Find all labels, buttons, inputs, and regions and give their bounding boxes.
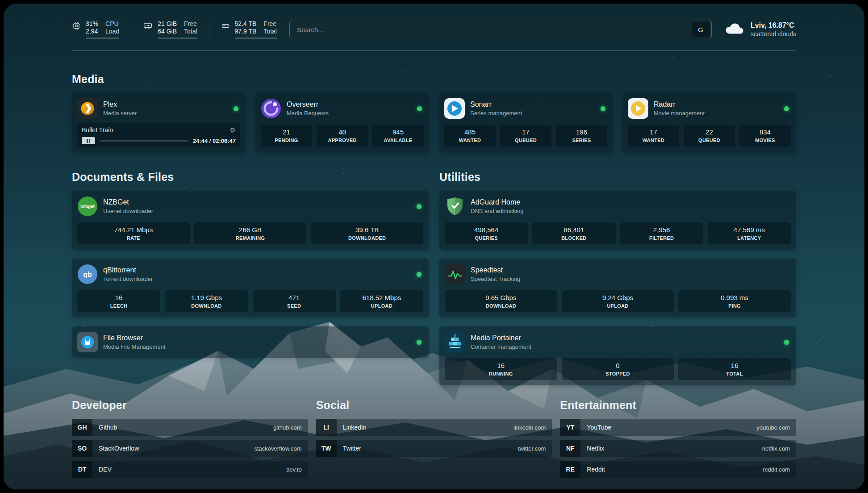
- stat-label: DOWNLOAD: [167, 303, 246, 309]
- app-name: Radarr: [654, 100, 779, 109]
- memory-free-label: Free: [184, 20, 197, 27]
- filebrowser-card[interactable]: File Browser Media File Management: [72, 326, 429, 358]
- weather-location: Lviv, 16.87°C: [751, 21, 796, 29]
- playback-time: 24:44 / 02:06:47: [193, 138, 236, 144]
- app-name: File Browser: [103, 334, 411, 342]
- playback-progress-bar[interactable]: [100, 140, 188, 142]
- snow-specks: [4, 4, 4, 4]
- search-input[interactable]: [290, 26, 690, 33]
- search-provider-button[interactable]: G: [692, 22, 709, 37]
- pause-button[interactable]: [82, 137, 95, 144]
- search-bar: G: [289, 20, 712, 39]
- portainer-card[interactable]: Media Portainer Container management 16R…: [439, 326, 796, 385]
- memory-widget: 21 GiB Free 64 GiB Total: [143, 20, 209, 39]
- stat-label: PING: [680, 303, 789, 309]
- bookmark-netflix[interactable]: NF Netflix netflix.com: [560, 440, 796, 457]
- plex-card[interactable]: Plex Media server Bullet Train ⚙: [72, 93, 246, 153]
- stat-label: QUEUED: [502, 138, 550, 143]
- bookmark-stackoverflow[interactable]: SO StackOverflow stackoverflow.com: [72, 440, 308, 457]
- stat-value: 2,956: [622, 226, 701, 234]
- stat-label: AVAILABLE: [374, 138, 422, 143]
- gear-icon[interactable]: ⚙: [230, 127, 236, 134]
- filebrowser-icon: [77, 332, 98, 352]
- memory-progress-bar: [158, 38, 197, 39]
- stat-value: 47.569 ms: [709, 226, 789, 234]
- sonarr-card[interactable]: Sonarr Series management 485WANTED 17QUE…: [439, 93, 613, 153]
- stat: 9.65 GbpsDOWNLOAD: [445, 290, 557, 312]
- status-dot: [784, 340, 789, 345]
- bookmark-dev[interactable]: DT DEV dev.to: [72, 461, 308, 478]
- disk-progress-bar: [235, 38, 277, 39]
- bookmark-url: github.com: [273, 424, 308, 431]
- stat-value: 744.21 Mbps: [79, 226, 188, 234]
- cloud-icon: [724, 21, 745, 38]
- radarr-card[interactable]: Radarr Movie management 17WANTED 22QUEUE…: [622, 93, 796, 153]
- stat-value: 40: [318, 128, 366, 136]
- adguard-icon: [445, 196, 465, 217]
- nzbget-card[interactable]: nzbget NZBGet Usenet downloader 744.21 M…: [72, 191, 429, 250]
- memory-free-value: 21 GiB: [158, 20, 177, 27]
- status-dot: [417, 106, 422, 111]
- stat: 16TOTAL: [678, 358, 791, 380]
- app-subtitle: Media server: [103, 110, 228, 117]
- disk-total-value: 97.9 TB: [235, 28, 257, 35]
- app-subtitle: Usenet downloader: [103, 208, 411, 214]
- bookmark-twitter[interactable]: TW Twitter twitter.com: [316, 440, 552, 457]
- dashboard-screen: 31% CPU 2.94 Load 21 GiB Free 6: [4, 4, 864, 489]
- stat-value: 39.6 TB: [313, 226, 421, 234]
- documents-section-title: Documents & Files: [72, 171, 429, 184]
- disk-free-value: 52.4 TB: [235, 20, 257, 27]
- qbittorrent-card[interactable]: qb qBittorrent Torrent downloader 16LEEC…: [72, 259, 429, 318]
- bookmark-github[interactable]: GH Github github.com: [72, 419, 308, 436]
- utilities-section-title: Utilities: [439, 171, 796, 184]
- bookmark-url: netflix.com: [762, 445, 796, 452]
- utilities-section: Utilities AdGuard Home DNS and adblockin…: [439, 171, 796, 385]
- stat-label: APPROVED: [318, 138, 366, 143]
- memory-icon: [143, 21, 153, 39]
- stat-label: LATENCY: [709, 235, 789, 241]
- bookmark-name: YouTube: [580, 424, 756, 431]
- stat-value: 618.52 Mbps: [342, 294, 421, 301]
- speedtest-card[interactable]: Speedtest Speedtest Tracking 9.65 GbpsDO…: [439, 259, 796, 318]
- stat-label: QUERIES: [447, 235, 526, 241]
- status-dot: [417, 340, 421, 345]
- stat-value: 17: [502, 128, 550, 136]
- top-bar: 31% CPU 2.94 Load 21 GiB Free 6: [72, 20, 796, 50]
- stat-value: 16: [79, 294, 159, 301]
- app-name: Speedtest: [471, 266, 791, 274]
- bookmark-linkedin[interactable]: LI LinkedIn linkedin.com: [316, 419, 552, 436]
- bookmark-reddit[interactable]: RE Reddit reddit.com: [560, 461, 796, 478]
- stat-value: 0.993 ms: [680, 294, 789, 301]
- app-subtitle: DNS and adblocking: [471, 208, 791, 214]
- app-name: Overseerr: [287, 100, 412, 109]
- stat: 0.993 msPING: [678, 290, 791, 312]
- stat-label: RUNNING: [447, 371, 555, 376]
- stat: 618.52 MbpsUPLOAD: [340, 290, 423, 312]
- stat: 86,401BLOCKED: [532, 222, 615, 244]
- bookmark-youtube[interactable]: YT YouTube youtube.com: [560, 419, 796, 436]
- status-dot: [601, 106, 605, 111]
- app-name: qBittorrent: [103, 266, 411, 274]
- overseerr-card[interactable]: Overseerr Media Requests 21PENDING 40APP…: [255, 93, 429, 153]
- bookmark-url: stackoverflow.com: [254, 445, 308, 452]
- nzbget-icon: nzbget: [77, 196, 98, 217]
- stat-label: FILTERED: [622, 235, 701, 241]
- bookmark-name: DEV: [92, 466, 286, 473]
- documents-section: Documents & Files nzbget NZBGet Usenet d…: [72, 171, 429, 385]
- stat-label: STOPPED: [563, 371, 672, 376]
- adguard-card[interactable]: AdGuard Home DNS and adblocking 498,564Q…: [439, 191, 796, 250]
- stat-value: 9.65 Gbps: [447, 294, 555, 301]
- stat-label: BLOCKED: [534, 235, 613, 241]
- stat: 9.24 GbpsUPLOAD: [562, 290, 674, 312]
- cpu-progress-bar: [86, 38, 119, 39]
- app-name: NZBGet: [103, 198, 411, 206]
- app-subtitle: Media Requests: [287, 110, 412, 117]
- stat-value: 471: [255, 294, 334, 301]
- stat: 196SERIES: [556, 125, 607, 146]
- portainer-icon: [445, 332, 465, 352]
- stat: 0STOPPED: [562, 358, 674, 380]
- bookmark-abbr: SO: [72, 440, 92, 457]
- stat: 39.6 TBDOWNLOADED: [311, 222, 423, 244]
- stat: 744.21 MbpsRATE: [77, 222, 190, 244]
- stat-label: UPLOAD: [563, 303, 672, 309]
